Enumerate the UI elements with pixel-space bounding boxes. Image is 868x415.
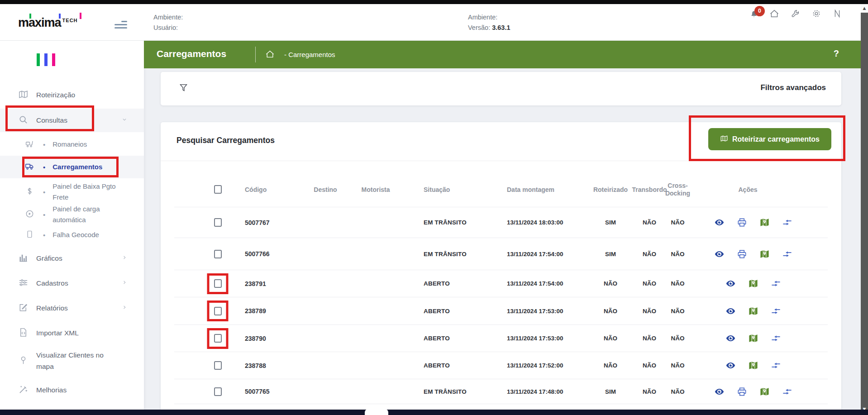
- table-row: 238791ABERTO13/11/2024 17:54:00NÃONÃONÃO: [174, 270, 828, 297]
- cell-situacao: ABERTO: [404, 308, 487, 315]
- breadcrumb[interactable]: - Carregamentos: [284, 51, 335, 58]
- sidebar-item-carregamentos[interactable]: •Carregamentos: [0, 156, 144, 178]
- cell-roteirizado: SIM: [581, 388, 640, 395]
- view-action-icon[interactable]: [714, 386, 725, 397]
- sidebar-item-gr-ficos[interactable]: Gráficos: [0, 248, 144, 269]
- notification-count-badge: 0: [754, 6, 765, 16]
- sidebar-item-relat-rios[interactable]: Relatórios: [0, 297, 144, 319]
- sidebar-item-painel-de-carga-autom-tica[interactable]: •Painel de carga automática: [0, 202, 144, 227]
- versao-value: 3.63.1: [492, 24, 510, 31]
- sidebar-item-consultas[interactable]: Consultas: [0, 109, 144, 132]
- print-action-icon[interactable]: [737, 249, 747, 259]
- sidebar-mini-logo: [37, 53, 55, 66]
- chevron-right-icon: [121, 304, 128, 312]
- breadcrumb-home-icon[interactable]: [265, 49, 275, 59]
- dollar-icon: [25, 186, 34, 198]
- header-data-montagem: Data montagem: [487, 186, 581, 193]
- sidebar-item-romaneios[interactable]: •Romaneios: [0, 134, 144, 154]
- sidebar-item-label: Falha Geocode: [52, 229, 121, 240]
- merge-routes-action-icon[interactable]: [782, 386, 792, 397]
- checkbox-cell: [206, 270, 229, 297]
- logo-tick-blue: [59, 14, 61, 19]
- environment-version-block: Ambiente: Versão: 3.63.1: [468, 12, 510, 33]
- cell-transbordo: NÃO: [640, 280, 658, 287]
- sidebar-item-cadastros[interactable]: Cadastros: [0, 272, 144, 294]
- cell-transbordo: NÃO: [640, 388, 658, 395]
- cell-cross-docking: NÃO: [658, 388, 697, 395]
- sidebar-toggle-hamburger-icon[interactable]: [114, 21, 127, 29]
- merge-routes-action-icon[interactable]: [782, 217, 792, 228]
- table-row: 5007766EM TRÂNSITO13/11/2024 17:54:00SIM…: [174, 238, 828, 270]
- cell-cross-docking: NÃO: [658, 362, 697, 369]
- help-button[interactable]: ?: [834, 48, 839, 59]
- play-circle-icon: [25, 209, 34, 220]
- sidebar-item-label: Romaneios: [52, 139, 121, 150]
- sidebar-item-painel-de-baixa-pgto-frete[interactable]: •Painel de Baixa Pgto Frete: [0, 179, 144, 205]
- row-checkbox[interactable]: [214, 218, 222, 227]
- map-action-icon[interactable]: [748, 360, 758, 371]
- roteirizar-carregamentos-button[interactable]: Roteirizar carregamentos: [708, 128, 831, 150]
- cell-data-montagem: 13/11/2024 17:53:00: [487, 335, 581, 342]
- merge-routes-action-icon[interactable]: [771, 360, 781, 371]
- logo-text: maxima: [18, 17, 61, 29]
- settings-gear-icon[interactable]: [811, 9, 822, 19]
- bottom-taskbar: [0, 410, 868, 415]
- row-checkbox[interactable]: [214, 307, 222, 315]
- row-checkbox[interactable]: [214, 279, 222, 288]
- sidebar: RoteirizaçãoConsultas•Romaneios•Carregam…: [0, 41, 144, 410]
- table-row: 238790ABERTO13/11/2024 17:53:00NÃONÃONÃO: [174, 325, 828, 352]
- map-action-icon[interactable]: [759, 386, 770, 397]
- bullet-icon: •: [43, 231, 45, 239]
- sidebar-item-melhorias[interactable]: Melhorias: [0, 379, 144, 401]
- filter-bar: Filtros avançados: [161, 72, 841, 105]
- view-action-icon[interactable]: [714, 217, 725, 228]
- header-codigo: Código: [229, 186, 304, 193]
- cell-codigo: 5007766: [229, 250, 304, 258]
- scroll-up-arrow-icon[interactable]: ▲: [861, 4, 868, 13]
- print-action-icon[interactable]: [737, 386, 747, 397]
- cell-data-montagem: 13/11/2024 17:53:00: [487, 308, 581, 315]
- header-divider: [255, 47, 256, 62]
- view-action-icon[interactable]: [725, 360, 736, 371]
- sidebar-item-falha-geocode[interactable]: •Falha Geocode: [0, 225, 144, 245]
- map-action-icon[interactable]: [759, 217, 770, 228]
- sidebar-item-label: Importar XML: [36, 328, 120, 339]
- actions-cell: [702, 306, 804, 316]
- row-checkbox[interactable]: [214, 387, 222, 396]
- row-checkbox[interactable]: [214, 361, 222, 370]
- home-icon[interactable]: [769, 9, 780, 19]
- bullet-icon: •: [43, 188, 45, 196]
- sidebar-item-visualizar-clientes-no-mapa[interactable]: Visualizar Clientes no mapa: [0, 348, 144, 374]
- view-action-icon[interactable]: [725, 278, 736, 289]
- merge-routes-action-icon[interactable]: [771, 333, 781, 343]
- merge-routes-action-icon[interactable]: [771, 306, 781, 316]
- advanced-filters-link[interactable]: Filtros avançados: [760, 83, 826, 92]
- filter-funnel-icon[interactable]: [179, 83, 189, 94]
- cell-data-montagem: 13/11/2024 18:03:00: [487, 219, 581, 226]
- sidebar-item-roteiriza-o[interactable]: Roteirização: [0, 84, 144, 106]
- table-row: 5007765EM TRÂNSITO13/11/2024 17:48:00SIM…: [174, 379, 828, 404]
- map-action-icon[interactable]: [748, 306, 758, 316]
- merge-routes-action-icon[interactable]: [771, 278, 781, 289]
- merge-routes-action-icon[interactable]: [782, 249, 792, 259]
- logo-bar-blue: [44, 53, 48, 66]
- row-checkbox[interactable]: [214, 250, 222, 258]
- map-action-icon[interactable]: [748, 278, 758, 289]
- panel-title: Pesquisar Carregamentos: [176, 136, 275, 145]
- carregamentos-table: Código Destino Motorista Situação Data m…: [174, 161, 828, 404]
- vertical-scrollbar[interactable]: ▲ ▼: [861, 4, 868, 415]
- print-action-icon[interactable]: [737, 217, 747, 228]
- cell-data-montagem: 13/11/2024 17:48:00: [487, 388, 581, 395]
- map-action-icon[interactable]: [748, 333, 758, 343]
- view-action-icon[interactable]: [714, 249, 725, 259]
- select-all-checkbox[interactable]: [214, 185, 222, 194]
- row-checkbox[interactable]: [214, 334, 222, 343]
- tools-wrench-icon[interactable]: [791, 9, 801, 19]
- checkbox-cell: [206, 297, 229, 324]
- view-action-icon[interactable]: [725, 333, 736, 343]
- route-icon[interactable]: [832, 9, 843, 19]
- view-action-icon[interactable]: [725, 306, 736, 316]
- map-action-icon[interactable]: [759, 249, 770, 259]
- header-motorista: Motorista: [347, 186, 404, 193]
- sidebar-item-importar-xml[interactable]: Importar XML: [0, 322, 144, 344]
